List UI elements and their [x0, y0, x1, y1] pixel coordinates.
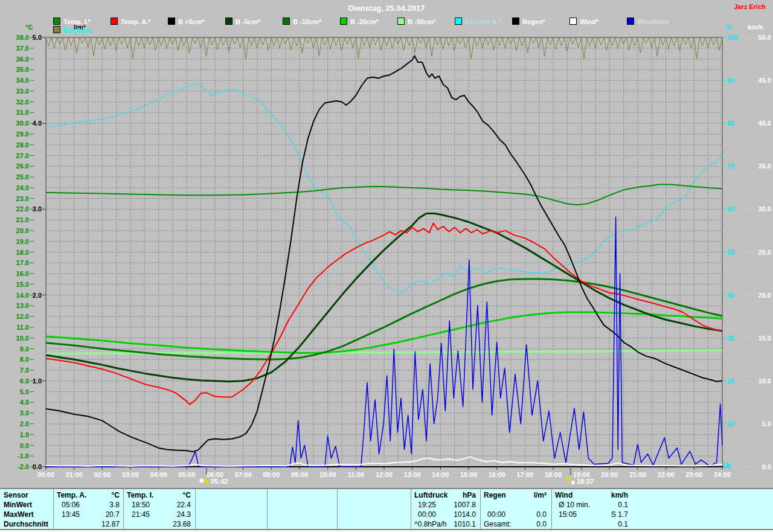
svg-text:20.0: 20.0 [759, 292, 771, 299]
svg-text:6.0: 6.0 [20, 377, 29, 385]
svg-text:36.0: 36.0 [16, 56, 29, 63]
luftdruck-r1-label: 19:25 [414, 501, 436, 509]
temp-i-min-row: 18:50 22.4 [127, 501, 191, 509]
svg-text:13:00: 13:00 [404, 471, 421, 478]
svg-text:17.0: 17.0 [16, 259, 29, 266]
temp-a-max-row: 13:45 20.7 [57, 510, 120, 519]
temp-i-max-value: 24.3 [177, 510, 191, 519]
luftdruck-r2: 00:00 1014.0 [414, 510, 476, 519]
sunset-arrow-icon [566, 477, 571, 483]
sunrise-icon [200, 479, 204, 483]
svg-text:5.0: 5.0 [762, 420, 771, 428]
col-wind-header: Wind km/h [555, 491, 628, 499]
temp-a-min-row: 05:06 3.8 [57, 501, 120, 509]
temp-i-avg-value: 23.68 [173, 520, 191, 528]
svg-text:05:00: 05:00 [178, 471, 195, 478]
svg-text:24.0: 24.0 [16, 184, 29, 191]
svg-text:30.0: 30.0 [16, 120, 29, 127]
svg-text:-2.0: -2.0 [18, 463, 29, 470]
svg-text:25.0: 25.0 [759, 249, 771, 256]
regen-r2-label: 00:00 [484, 510, 505, 519]
row-header-durchschnitt: Durchschnitt [4, 520, 48, 528]
col-wind-unit: km/h [611, 491, 628, 499]
col-temp-a-name: Temp. A. [57, 491, 86, 499]
svg-text:17:00: 17:00 [516, 471, 533, 478]
luftdruck-r3-label: ^0.8hPa/h [414, 520, 447, 528]
temp-a-avg-value: 12.87 [101, 520, 120, 528]
svg-text:50: 50 [727, 249, 734, 256]
col-regen-header: Regen l/m² [484, 491, 547, 499]
temp-i-max-time: 21:45 [127, 510, 150, 519]
row-header-sensor: Sensor [4, 491, 28, 499]
wind-r2-label: 15:05 [555, 510, 577, 519]
svg-text:32.0: 32.0 [16, 98, 29, 106]
svg-text:00:00: 00:00 [37, 471, 54, 478]
svg-text:25.0: 25.0 [16, 173, 29, 181]
svg-text:18:37: 18:37 [577, 478, 594, 485]
svg-text:4.0: 4.0 [33, 120, 42, 127]
svg-text:10.0: 10.0 [759, 377, 771, 385]
svg-text:20.0: 20.0 [16, 227, 29, 234]
svg-text:22:00: 22:00 [658, 471, 675, 478]
svg-text:31.0: 31.0 [16, 109, 29, 116]
luftdruck-r1-value: 1007.8 [454, 501, 476, 509]
svg-text:10.0: 10.0 [16, 335, 29, 342]
svg-text:20:00: 20:00 [601, 471, 618, 478]
svg-text:8.0: 8.0 [20, 356, 29, 363]
svg-text:04:00: 04:00 [150, 471, 167, 478]
svg-text:15.0: 15.0 [759, 335, 771, 342]
temp-i-min-value: 22.4 [177, 501, 191, 509]
svg-text:05:42: 05:42 [211, 478, 228, 485]
svg-text:14.0: 14.0 [16, 292, 29, 299]
series-gusts [46, 217, 722, 467]
wind-r1-label: Ø 10 min. [555, 501, 590, 509]
col-temp-i-unit: °C [183, 491, 191, 499]
svg-text:12:00: 12:00 [376, 471, 393, 478]
svg-text:16.0: 16.0 [16, 270, 29, 277]
temp-a-min-value: 3.8 [109, 501, 120, 509]
svg-text:0.0: 0.0 [33, 463, 42, 470]
col-regen-name: Regen [484, 491, 506, 499]
temp-i-max-row: 21:45 24.3 [127, 510, 191, 519]
svg-text:20: 20 [727, 377, 734, 385]
svg-text:07:00: 07:00 [235, 471, 252, 478]
svg-text:40: 40 [727, 292, 734, 299]
temp-i-avg-row: 23.68 [127, 520, 191, 528]
sunset-icon [571, 481, 575, 484]
row-header-maxwert: MaxWert [4, 510, 34, 519]
regen-r3: Gesamt: 0.0 [484, 520, 547, 528]
col-temp-a-header: Temp. A. °C [57, 491, 120, 499]
col-luftdruck-header: Luftdruck hPa [414, 491, 476, 499]
svg-text:0.0: 0.0 [20, 442, 29, 449]
regen-r2-value: 0.0 [536, 510, 547, 519]
wind-r2: 15:05 S 1.7 [555, 510, 628, 519]
svg-text:45.0: 45.0 [759, 77, 771, 84]
col-luftdruck-name: Luftdruck [414, 491, 447, 499]
row-header-minwert: MinWert [4, 501, 32, 509]
svg-text:2.0: 2.0 [33, 292, 42, 299]
temp-i-min-time: 18:50 [127, 501, 150, 509]
svg-text:3.0: 3.0 [20, 409, 29, 417]
svg-text:1.0: 1.0 [33, 377, 42, 385]
svg-text:08:00: 08:00 [263, 471, 280, 478]
svg-text:19.0: 19.0 [16, 238, 29, 245]
svg-text:9.0: 9.0 [20, 345, 29, 353]
svg-text:7.0: 7.0 [20, 367, 29, 374]
luftdruck-r1: 19:25 1007.8 [414, 501, 476, 509]
svg-text:24:00: 24:00 [714, 471, 731, 478]
svg-text:0.0: 0.0 [762, 463, 771, 470]
gridlines [46, 37, 722, 467]
svg-text:100: 100 [727, 34, 738, 41]
luftdruck-r3-value: 1010.1 [454, 520, 476, 528]
axis-labels: 38.037.036.035.034.033.032.031.030.029.0… [16, 34, 771, 478]
svg-text:3.0: 3.0 [33, 205, 42, 213]
svg-text:35.0: 35.0 [16, 66, 29, 73]
regen-r2: 00:00 0.0 [484, 510, 547, 519]
wind-r3: 0.1 [555, 520, 628, 528]
svg-text:29.0: 29.0 [16, 130, 29, 138]
svg-text:23.0: 23.0 [16, 195, 29, 202]
regen-r3-label: Gesamt: [484, 520, 511, 528]
svg-text:1.0: 1.0 [20, 431, 29, 438]
svg-text:11.0: 11.0 [16, 324, 29, 331]
wind-r2-value: S 1.7 [611, 510, 628, 519]
